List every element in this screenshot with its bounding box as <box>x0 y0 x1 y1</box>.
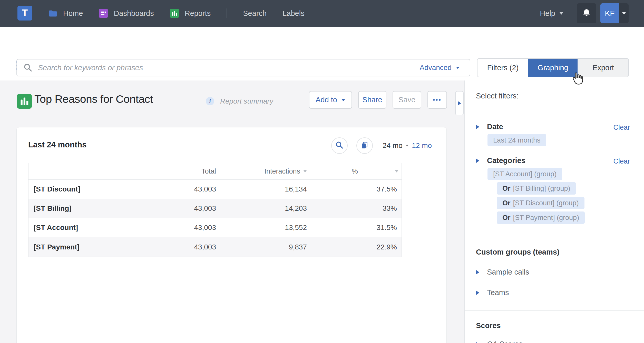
table-header-row: Total Interactions % <box>28 163 402 180</box>
table-row[interactable]: [ST Account] 43,003 13,552 31.5% <box>28 218 402 237</box>
table-row[interactable]: [ST Payment] 43,003 9,837 22.9% <box>28 237 402 257</box>
chevron-down-icon <box>622 12 626 15</box>
chevron-down-icon <box>456 67 460 69</box>
nav-home[interactable]: Home <box>48 9 83 18</box>
nav-labels[interactable]: Labels <box>282 9 304 18</box>
add-to-button[interactable]: Add to <box>309 91 352 109</box>
chip-operator: Or <box>502 214 511 221</box>
breadcrumb-bar: Reports <box>0 27 644 53</box>
category-filter-chip[interactable]: [ST Account] (group) <box>487 168 562 180</box>
view-tabs: Filters (2) Graphing Export <box>477 58 629 77</box>
scores-heading: Scores <box>476 321 501 330</box>
advanced-search-toggle[interactable]: Advanced <box>419 64 460 72</box>
top-navbar: T Home Dashboards Reports <box>0 0 644 27</box>
advanced-label: Advanced <box>419 64 452 72</box>
avatar-initials: KF <box>605 9 614 18</box>
sort-caret-icon[interactable] <box>395 170 398 173</box>
chip-operator: Or <box>502 185 511 192</box>
report-type-icon <box>17 94 32 109</box>
chevron-down-icon <box>559 12 563 15</box>
custom-groups-heading: Custom groups (teams) <box>476 248 559 256</box>
nav-home-label: Home <box>63 9 83 18</box>
search-input[interactable] <box>38 64 419 72</box>
account-menu[interactable]: KF <box>600 3 629 23</box>
play-triangle-icon[interactable] <box>476 270 479 275</box>
card-copy-button[interactable] <box>356 137 373 154</box>
filters-heading: Select filters: <box>476 92 519 100</box>
app-logo-letter: T <box>22 8 28 18</box>
primary-nav: Home Dashboards Reports Search Labels <box>48 0 305 27</box>
sidebar-item-teams[interactable]: Teams <box>476 288 509 297</box>
card-search-button[interactable] <box>331 137 348 154</box>
table-row[interactable]: [ST Billing] 43,003 14,203 33% <box>28 199 402 218</box>
date-clear-link[interactable]: Clear <box>613 124 630 132</box>
categories-clear-link[interactable]: Clear <box>613 157 630 165</box>
nav-dashboards[interactable]: Dashboards <box>99 9 154 18</box>
app-logo[interactable]: T <box>17 6 32 21</box>
bell-icon <box>582 8 591 19</box>
category-filter-chip[interactable]: Or[ST Payment] (group) <box>497 211 585 224</box>
play-triangle-icon[interactable] <box>476 158 479 163</box>
nav-reports[interactable]: Reports <box>170 9 211 18</box>
range-current: 24 mo <box>383 142 403 150</box>
notifications-button[interactable] <box>577 3 596 23</box>
play-triangle-icon[interactable] <box>476 342 479 343</box>
nav-separator <box>227 8 227 18</box>
account-caret <box>619 3 629 23</box>
category-filter-chip[interactable]: Or[ST Billing] (group) <box>497 182 576 195</box>
help-label: Help <box>540 9 555 18</box>
help-menu[interactable]: Help <box>540 9 563 18</box>
range-toggle: 24 mo • 12 mo <box>383 142 432 150</box>
play-triangle-icon <box>458 101 461 106</box>
sort-caret-icon[interactable] <box>303 170 307 173</box>
card-heading: Last 24 months <box>28 140 86 149</box>
dashboard-icon <box>99 9 108 18</box>
search-icon <box>335 141 344 150</box>
play-triangle-icon[interactable] <box>476 125 479 129</box>
nav-dashboards-label: Dashboards <box>114 9 154 18</box>
date-filter-chip[interactable]: Last 24 months <box>487 134 546 146</box>
categories-section-label: Categories <box>487 156 525 165</box>
nav-labels-label: Labels <box>282 9 304 18</box>
chevron-down-icon <box>341 99 345 101</box>
save-button[interactable]: Save <box>393 91 421 109</box>
chip-operator: Or <box>502 199 511 207</box>
nav-search-label: Search <box>243 9 267 18</box>
category-filter-chip[interactable]: Or[ST Discount] (group) <box>497 197 584 209</box>
tab-export[interactable]: Export <box>578 59 628 77</box>
copy-icon <box>360 141 369 150</box>
col-category <box>28 163 130 179</box>
bar-chart-icon <box>17 94 32 109</box>
tab-filters[interactable]: Filters (2) <box>477 59 528 77</box>
col-percent[interactable]: % <box>308 167 402 175</box>
report-title: Top Reasons for Contact <box>34 93 153 105</box>
filter-section-date: Date <box>476 123 503 131</box>
info-icon[interactable]: i <box>206 97 214 105</box>
col-total: Total <box>130 167 216 175</box>
date-section-label: Date <box>487 123 503 131</box>
report-card: Last 24 months 24 mo • 12 mo Total In <box>16 127 447 343</box>
app-window: T Home Dashboards Reports <box>0 0 644 343</box>
sidebar-item-qa-scores[interactable]: QA Scores <box>476 340 523 343</box>
avatar: KF <box>600 3 619 23</box>
sidebar-expand-tab[interactable] <box>455 91 464 115</box>
folder-icon <box>48 9 57 18</box>
navbar-right: Help KF <box>540 0 644 27</box>
share-button[interactable]: Share <box>358 91 386 109</box>
nav-reports-label: Reports <box>185 9 211 18</box>
bar-chart-icon <box>170 9 179 18</box>
range-12mo-link[interactable]: 12 mo <box>412 142 432 150</box>
more-actions-button[interactable]: ••• <box>427 91 447 109</box>
tab-graphing[interactable]: Graphing <box>528 59 578 77</box>
sidebar-item-sample-calls[interactable]: Sample calls <box>476 268 529 276</box>
table-row[interactable]: [ST Discount] 43,003 16,134 37.5% <box>28 180 402 199</box>
report-summary-link[interactable]: Report summary <box>220 97 273 105</box>
col-interactions[interactable]: Interactions <box>216 167 308 175</box>
results-table: Total Interactions % [ST Discount] 43,00… <box>28 163 402 257</box>
filter-section-categories: Categories <box>476 156 525 165</box>
range-separator: • <box>406 142 408 149</box>
filters-sidebar: Select filters: Date Clear Last 24 month… <box>464 80 644 343</box>
play-triangle-icon[interactable] <box>476 290 479 295</box>
nav-search[interactable]: Search <box>243 9 267 18</box>
divider <box>465 110 644 110</box>
